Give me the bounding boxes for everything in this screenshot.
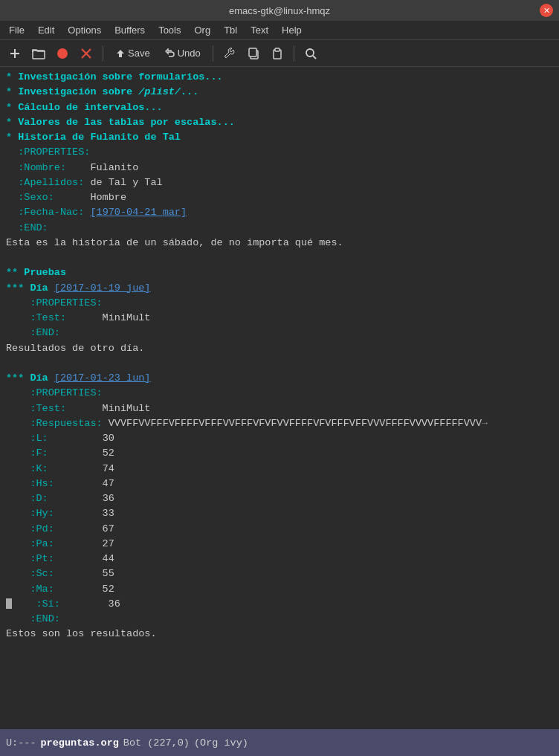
svg-rect-10 [275,48,280,51]
toolbar: Save Undo [0,40,559,67]
line-7: :Nombre: Fulanito [6,161,553,175]
line-9: :Sexo: Hombre [6,190,553,205]
line-38: Estos son los resultados. [6,627,553,642]
line-17: :Test: MiniMult [6,311,553,326]
close-file-button[interactable] [76,43,97,64]
line-14: ** Pruebas [6,265,553,280]
line-29: :D: 36 [6,491,553,506]
menu-options[interactable]: Options [62,23,107,37]
line-8: :Apellidos: de Tal y Tal [6,175,553,190]
status-major-mode: (Org ivy) [194,737,248,749]
status-left: U:--- preguntas.org Bot (227,0) (Org ivy… [6,737,248,749]
cursor [6,598,12,609]
status-mode-indicator: U:--- [6,737,36,749]
line-21: *** Día [2017-01-23 lun] [6,371,553,386]
svg-rect-8 [249,48,256,56]
line-32: :Pa: 27 [6,537,553,552]
line-22: :PROPERTIES: [6,386,553,401]
line-2: * Investigación sobre /plist/... [6,85,553,100]
line-1: * Investigación sobre formularios... [6,70,553,85]
line-26: :F: 52 [6,446,553,461]
search-button[interactable] [300,43,321,64]
line-23: :Test: MiniMult [6,401,553,416]
menu-help[interactable]: Help [276,23,308,37]
toolbar-separator-2 [213,45,213,62]
line-10: :Fecha-Nac: [1970-04-21 mar] [6,205,553,220]
copy-button-1[interactable] [243,43,264,64]
line-34: :Sc: 55 [6,566,553,581]
line-33: :Pt: 44 [6,552,553,566]
line-25: :L: 30 [6,431,553,446]
save-button[interactable]: Save [109,45,156,61]
line-blank-2 [6,356,553,371]
new-button[interactable] [4,43,25,64]
line-19: Resultados de otro día. [6,341,553,356]
open-button[interactable] [28,43,49,64]
status-filename: preguntas.org [41,737,119,749]
save-label: Save [128,48,150,59]
line-37: :END: [6,612,553,627]
menu-tbl[interactable]: Tbl [218,23,243,37]
line-12: Esta es la historia de un sábado, de no … [6,236,553,251]
record-button[interactable] [52,43,73,64]
toolbar-separator-1 [103,45,103,62]
line-6: :PROPERTIES: [6,145,553,160]
menu-file[interactable]: File [3,23,30,37]
statusbar: U:--- preguntas.org Bot (227,0) (Org ivy… [0,729,559,756]
line-4: * Valores de las tablas por escalas... [6,115,553,130]
undo-label: Undo [178,48,201,59]
tools-button[interactable] [219,43,240,64]
titlebar: emacs-gtk@linux-hmqz ✕ [0,0,559,21]
line-35: :Ma: 52 [6,582,553,597]
line-11: :END: [6,221,553,236]
line-15: *** Día [2017-01-19 jue] [6,281,553,296]
menu-tools[interactable]: Tools [152,23,187,37]
line-36: :Si: 36 [6,597,553,612]
line-18: :END: [6,326,553,340]
line-24: :Respuestas: VVVFFVVFFFVFFFFVFFFVVFFFVFV… [6,416,553,431]
line-5: * Historia de Fulanito de Tal [6,130,553,145]
svg-line-12 [313,56,316,59]
line-27: :K: 74 [6,462,553,476]
line-31: :Pd: 67 [6,522,553,537]
toolbar-separator-3 [294,45,294,62]
menu-buffers[interactable]: Buffers [109,23,151,37]
line-16: :PROPERTIES: [6,296,553,311]
menubar: File Edit Options Buffers Tools Org Tbl … [0,21,559,40]
line-28: :Hs: 47 [6,476,553,491]
svg-marker-6 [117,50,124,57]
svg-point-3 [57,48,68,59]
undo-button[interactable]: Undo [159,45,207,61]
line-blank-1 [6,251,553,265]
editor-area[interactable]: * Investigación sobre formularios... * I… [0,67,559,729]
titlebar-title: emacs-gtk@linux-hmqz [229,5,330,16]
status-position: Bot (227,0) [123,737,190,749]
menu-org[interactable]: Org [188,23,216,37]
line-3: * Cálculo de intervalos... [6,100,553,115]
copy-button-2[interactable] [267,43,288,64]
menu-edit[interactable]: Edit [32,23,60,37]
line-30: :Hy: 33 [6,506,553,521]
menu-text[interactable]: Text [245,23,274,37]
close-button[interactable]: ✕ [540,4,553,17]
svg-point-11 [306,49,314,56]
